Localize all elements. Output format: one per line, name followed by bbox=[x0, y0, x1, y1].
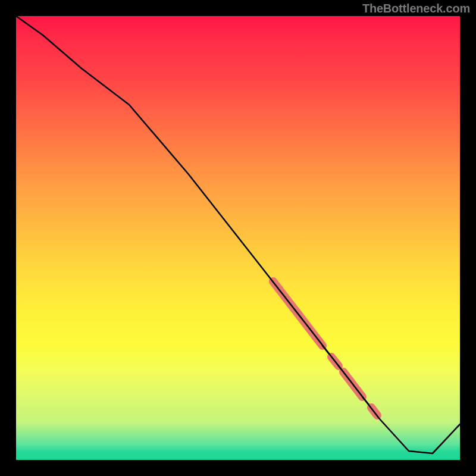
chart-stage: TheBottleneck.com bbox=[0, 0, 476, 476]
chart-svg bbox=[16, 16, 460, 460]
plot-area bbox=[16, 16, 460, 460]
main-curve-path bbox=[16, 16, 460, 453]
watermark-text: TheBottleneck.com bbox=[362, 2, 470, 15]
